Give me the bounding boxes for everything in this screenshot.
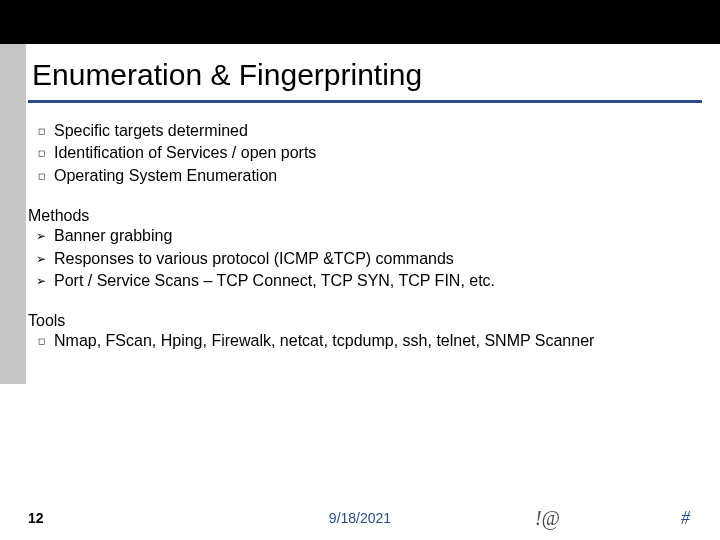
arrow-bullet-icon: ➢ bbox=[28, 270, 54, 290]
targets-list: ◻ Specific targets determined ◻ Identifi… bbox=[28, 120, 702, 187]
footer-symbol-1: !@ bbox=[535, 507, 560, 530]
list-item: ➢ Responses to various protocol (ICMP &T… bbox=[28, 248, 702, 270]
methods-label: Methods bbox=[28, 207, 702, 225]
list-item-text: Port / Service Scans – TCP Connect, TCP … bbox=[54, 270, 495, 292]
tools-label: Tools bbox=[28, 312, 702, 330]
slide-title: Enumeration & Fingerprinting bbox=[32, 58, 422, 92]
list-item-text: Identification of Services / open ports bbox=[54, 142, 316, 164]
methods-list: ➢ Banner grabbing ➢ Responses to various… bbox=[28, 225, 702, 292]
footer-date: 9/18/2021 bbox=[329, 510, 391, 526]
footer-symbol-2: # bbox=[681, 508, 690, 529]
list-item: ◻ Nmap, FScan, Hping, Firewalk, netcat, … bbox=[28, 330, 702, 352]
square-bullet-icon: ◻ bbox=[28, 330, 54, 348]
square-bullet-icon: ◻ bbox=[28, 120, 54, 138]
content-area: ◻ Specific targets determined ◻ Identifi… bbox=[28, 120, 702, 373]
footer: 12 9/18/2021 !@ # bbox=[0, 510, 720, 526]
title-underline bbox=[28, 100, 702, 103]
gray-sidebar bbox=[0, 44, 26, 384]
list-item-text: Nmap, FScan, Hping, Firewalk, netcat, tc… bbox=[54, 330, 594, 352]
slide-number: 12 bbox=[28, 510, 44, 526]
list-item-text: Banner grabbing bbox=[54, 225, 172, 247]
list-item-text: Operating System Enumeration bbox=[54, 165, 277, 187]
arrow-bullet-icon: ➢ bbox=[28, 225, 54, 245]
arrow-bullet-icon: ➢ bbox=[28, 248, 54, 268]
list-item-text: Responses to various protocol (ICMP &TCP… bbox=[54, 248, 454, 270]
top-black-bar bbox=[0, 0, 720, 44]
list-item: ◻ Specific targets determined bbox=[28, 120, 702, 142]
list-item-text: Specific targets determined bbox=[54, 120, 248, 142]
square-bullet-icon: ◻ bbox=[28, 165, 54, 183]
list-item: ➢ Port / Service Scans – TCP Connect, TC… bbox=[28, 270, 702, 292]
square-bullet-icon: ◻ bbox=[28, 142, 54, 160]
tools-list: ◻ Nmap, FScan, Hping, Firewalk, netcat, … bbox=[28, 330, 702, 352]
list-item: ➢ Banner grabbing bbox=[28, 225, 702, 247]
list-item: ◻ Operating System Enumeration bbox=[28, 165, 702, 187]
list-item: ◻ Identification of Services / open port… bbox=[28, 142, 702, 164]
